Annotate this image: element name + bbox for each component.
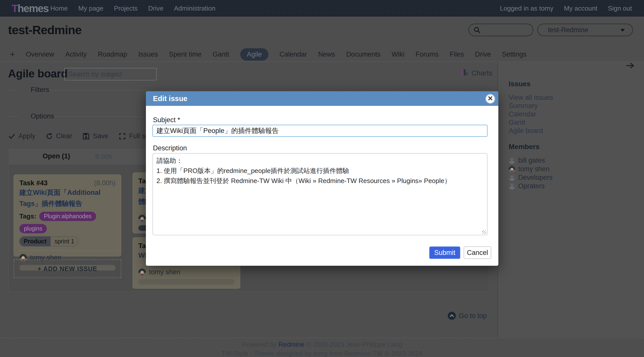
description-field[interactable]: 請協助： 1. 使用「PRO版本」的redmine_people插件於測試站進行… [152,153,488,235]
clear-button[interactable]: Clear [46,132,72,140]
member-tomy-shen: tomy shen [509,165,550,173]
options-label: Options [31,112,54,120]
close-icon [488,96,493,102]
copyright-text: © 2006-2023 Jean-Philippe Lang [304,341,402,348]
sidebar-members-heading: Members [509,143,540,151]
top-nav: Themes Home My page Projects Drive Admin… [0,0,644,17]
sidebar-link-calendar[interactable]: Calendar [509,110,536,118]
card-43-subject-link[interactable]: 建立Wiki頁面「Additional Tags」插件體驗報告 [19,187,115,209]
filters-label: Filters [31,86,49,94]
check-icon [8,133,15,140]
sidebar-issues-heading: Issues [509,80,531,88]
nav-projects[interactable]: Projects [114,5,138,12]
tag-plugin-alphanodes[interactable]: Plugin:alphanodes [39,212,96,221]
textarea-resize-handle[interactable] [482,230,486,234]
reload-icon [46,132,53,140]
member-name[interactable]: Developers [518,174,553,182]
tab-issues[interactable]: Issues [138,51,158,58]
go-to-top-label: Go to top [459,312,487,320]
sidebar-collapse-arrow-icon[interactable] [625,61,635,71]
options-toggle[interactable]: Options [21,112,54,120]
project-tabs: + Overview Activity Roadmap Issues Spent… [10,47,527,62]
top-nav-right: Logged in as tomy My account Sign out [500,0,632,17]
chevron-right-icon [21,113,27,119]
search-by-subject-input[interactable] [64,68,157,80]
chevron-down-icon [21,87,27,93]
page: Themes Home My page Projects Drive Admin… [0,0,644,357]
go-to-top-link[interactable]: Go to top [448,312,487,320]
sidebar-link-summary[interactable]: Summary [509,102,538,110]
nav-sign-out[interactable]: Sign out [608,5,632,12]
charts-link[interactable]: Charts [461,68,492,78]
cancel-button[interactable]: Cancel [464,246,491,259]
tag-plugins[interactable]: plugins [19,224,47,233]
chevron-down-icon [620,26,625,34]
footer-divider [0,338,644,338]
tab-overview[interactable]: Overview [26,51,54,58]
global-search-box[interactable] [468,24,533,36]
search-icon [473,26,480,33]
card-43-hours: (8.00h) [94,179,115,187]
filters-toggle[interactable]: Filters [21,86,49,94]
tab-documents[interactable]: Documents [346,51,381,58]
tab-calendar[interactable]: Calendar [279,51,307,58]
tab-drive[interactable]: Drive [475,51,491,58]
tab-settings[interactable]: Settings [502,51,527,58]
logo-letter: T [12,3,18,14]
description-label: Description [153,144,187,152]
tab-wiki[interactable]: Wiki [392,51,405,58]
version-product: Product [20,237,51,246]
assignee-name[interactable]: tomy shen [149,268,180,276]
tab-roadmap[interactable]: Roadmap [98,51,127,58]
tab-gantt[interactable]: Gantt [213,51,229,58]
tab-forums[interactable]: Forums [416,51,439,58]
apply-label: Apply [18,132,35,140]
save-button[interactable]: Save [82,132,108,140]
footer: Powered by Redmine © 2006-2023 Jean-Phil… [0,340,644,357]
redmine-link[interactable]: Redmine [278,341,304,348]
subject-label: Subject * [153,116,180,124]
charts-label: Charts [471,69,492,77]
filters-line-left [8,90,18,91]
nav-my-account[interactable]: My account [564,5,597,12]
add-new-issue-button[interactable]: + ADD NEW ISSUE [14,259,121,278]
clear-label: Clear [56,132,72,140]
filters-line-right [50,90,489,91]
tab-add[interactable]: + [10,50,15,59]
nav-my-page[interactable]: My page [78,5,103,12]
card-43-tags: Tags: Plugin:alphanodes plugins [19,212,115,233]
issue-card-43[interactable]: Task #43 (8.00h) 建立Wiki頁面「Additional Tag… [14,174,121,256]
project-select[interactable]: test-Redmine [537,24,633,36]
nav-drive[interactable]: Drive [148,5,164,12]
column-open-hours: 8.00h [91,153,112,161]
tab-news[interactable]: News [318,51,335,58]
tab-agile-active[interactable]: Agile [240,48,268,61]
column-open-label: Open (1) [14,152,99,160]
member-developers: Developers [509,173,553,182]
apply-button[interactable]: Apply [8,132,35,140]
member-name[interactable]: tomy shen [518,165,550,173]
card-43-id[interactable]: Task #43 [19,179,48,187]
version-sprint[interactable]: sprint 1 [51,237,78,246]
app-logo[interactable]: Themes [12,3,49,15]
member-bill-gates: bill gates [509,156,545,165]
sidebar-link-gantt[interactable]: Gantt [509,118,525,127]
nav-home[interactable]: Home [50,5,68,12]
member-name[interactable]: bill gates [518,157,545,164]
member-name[interactable]: Opraters [518,182,545,190]
submit-button[interactable]: Submit [429,246,460,259]
tab-spent-time[interactable]: Spent time [169,51,202,58]
subject-field[interactable] [152,125,488,137]
sidebar-link-view-all-issues[interactable]: View all issues [509,94,553,102]
top-nav-menu: Home My page Projects Drive Administrati… [50,0,215,17]
modal-close-button[interactable] [486,95,495,103]
avatar [509,183,515,190]
save-label: Save [93,132,108,140]
tab-activity[interactable]: Activity [65,51,87,58]
tab-files[interactable]: Files [450,51,464,58]
footer-line2: TW-Style - Theme designed by tomy from R… [0,349,644,357]
edit-issue-modal-header[interactable]: Edit issue [146,91,498,106]
member-opraters: Opraters [509,182,545,190]
sidebar-link-agile-board[interactable]: Agile board [509,127,543,135]
nav-administration[interactable]: Administration [174,5,216,12]
